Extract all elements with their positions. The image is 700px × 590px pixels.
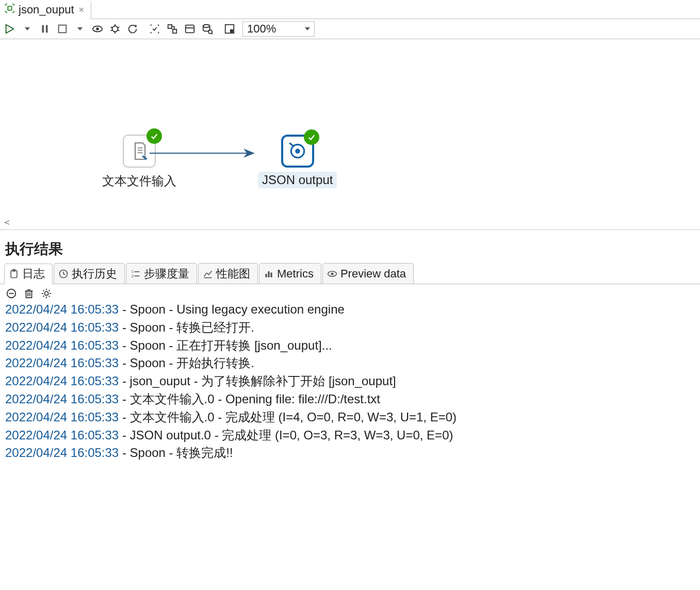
- sql-icon[interactable]: [183, 22, 197, 36]
- scroll-left-icon[interactable]: <: [4, 217, 10, 227]
- log-line: 2022/04/24 16:05:33 - json_ouput - 为了转换解…: [5, 372, 695, 390]
- log-message: - Spoon - Using legacy execution engine: [119, 302, 345, 316]
- impact-icon[interactable]: [166, 22, 179, 36]
- close-icon[interactable]: ✕: [77, 6, 86, 14]
- trash-icon[interactable]: [23, 287, 35, 300]
- svg-rect-23: [230, 29, 233, 32]
- debug-icon[interactable]: [108, 22, 122, 36]
- log-timestamp: 2022/04/24 16:05:33: [5, 356, 119, 370]
- log-timestamp: 2022/04/24 16:05:33: [5, 338, 119, 352]
- svg-line-21: [211, 33, 213, 34]
- clear-log-icon[interactable]: [5, 287, 18, 300]
- zoom-select[interactable]: 100%: [242, 21, 315, 37]
- eye-icon: [327, 269, 337, 279]
- status-success-icon: [304, 129, 319, 145]
- svg-line-59: [43, 296, 44, 297]
- clipboard-icon: [9, 269, 19, 279]
- svg-point-44: [331, 272, 333, 275]
- show-results-icon[interactable]: [223, 22, 236, 36]
- svg-line-57: [43, 290, 44, 291]
- log-timestamp: 2022/04/24 16:05:33: [5, 302, 119, 316]
- svg-marker-14: [135, 25, 138, 28]
- tab-label: Preview data: [340, 267, 406, 281]
- svg-rect-42: [270, 272, 272, 277]
- tab-history[interactable]: 执行历史: [54, 263, 125, 284]
- step-icon-box: [281, 135, 314, 168]
- log-timestamp: 2022/04/24 16:05:33: [5, 374, 119, 388]
- log-timestamp: 2022/04/24 16:05:33: [5, 392, 119, 406]
- svg-point-7: [112, 26, 118, 32]
- log-line: 2022/04/24 16:05:33 - 文本文件输入.0 - Opening…: [5, 390, 695, 408]
- log-line: 2022/04/24 16:05:33 - Spoon - 转换已经打开.: [5, 319, 695, 337]
- log-line: 2022/04/24 16:05:33 - JSON output.0 - 完成…: [5, 427, 695, 445]
- log-line: 2022/04/24 16:05:33 - Spoon - 正在打开转换 [js…: [5, 337, 695, 355]
- svg-text:2: 2: [132, 273, 134, 278]
- svg-rect-41: [268, 271, 269, 277]
- tab-metrics[interactable]: Metrics: [259, 263, 321, 284]
- log-message: - 文本文件输入.0 - Opening file: file:///D:/te…: [119, 392, 380, 406]
- preview-icon[interactable]: [91, 22, 104, 36]
- tab-label: 步骤度量: [144, 266, 189, 282]
- arrow-icon: [242, 146, 256, 160]
- tab-perf-graph[interactable]: 性能图: [198, 263, 258, 284]
- log-output: 2022/04/24 16:05:33 - Spoon - Using lega…: [0, 300, 700, 472]
- tab-log[interactable]: 日志: [4, 264, 53, 284]
- svg-rect-3: [46, 25, 48, 33]
- results-header: 执行结果: [0, 230, 700, 263]
- svg-rect-0: [8, 6, 11, 10]
- tab-label: Metrics: [277, 267, 314, 281]
- log-message: - 文本文件输入.0 - 完成处理 (I=4, O=0, R=0, W=3, U…: [119, 410, 457, 424]
- log-message: - json_ouput - 为了转换解除补丁开始 [json_ouput]: [119, 374, 396, 388]
- svg-line-60: [49, 290, 50, 291]
- bar-chart-icon: [264, 269, 274, 279]
- status-success-icon: [146, 128, 162, 144]
- svg-rect-15: [168, 25, 172, 28]
- tab-label: 执行历史: [72, 266, 117, 282]
- svg-point-19: [203, 25, 210, 28]
- file-input-icon: [129, 141, 149, 161]
- json-output-icon: [288, 141, 307, 161]
- svg-point-6: [96, 27, 99, 30]
- tab-step-metrics[interactable]: 12 步骤度量: [126, 263, 197, 284]
- chevron-down-icon: [305, 27, 310, 30]
- replay-icon[interactable]: [126, 22, 139, 36]
- editor-tab[interactable]: json_ouput ✕: [0, 1, 91, 19]
- list-numbered-icon: 12: [131, 269, 141, 279]
- verify-icon[interactable]: [148, 22, 161, 36]
- step-node-json-output[interactable]: JSON output: [258, 135, 337, 188]
- dropdown-caret-icon[interactable]: [73, 22, 87, 36]
- log-message: - JSON output.0 - 完成处理 (I=0, O=3, R=3, W…: [119, 428, 453, 442]
- step-icon-box: [123, 135, 156, 168]
- svg-rect-40: [265, 274, 267, 277]
- hop-connector[interactable]: [150, 153, 248, 154]
- dropdown-caret-icon[interactable]: [21, 22, 34, 36]
- svg-rect-16: [173, 29, 176, 33]
- log-line: 2022/04/24 16:05:33 - 文本文件输入.0 - 完成处理 (I…: [5, 408, 695, 427]
- transformation-icon: [4, 3, 15, 17]
- explore-db-icon[interactable]: [201, 22, 214, 36]
- results-title: 执行结果: [5, 239, 695, 259]
- log-timestamp: 2022/04/24 16:05:33: [5, 410, 119, 424]
- step-node-text-input[interactable]: 文本文件输入: [98, 135, 181, 190]
- svg-point-52: [44, 291, 48, 295]
- tab-label: 日志: [22, 266, 45, 282]
- log-message: - Spoon - 转换已经打开.: [119, 320, 254, 334]
- pause-icon[interactable]: [38, 22, 52, 36]
- clock-icon: [58, 269, 69, 279]
- settings-icon[interactable]: [40, 287, 53, 300]
- log-line: 2022/04/24 16:05:33 - Spoon - Using lega…: [5, 301, 695, 319]
- svg-line-58: [49, 296, 50, 297]
- log-message: - Spoon - 正在打开转换 [json_ouput]...: [119, 338, 332, 352]
- log-line: 2022/04/24 16:05:33 - Spoon - 转换完成!!: [5, 444, 695, 462]
- stop-icon[interactable]: [56, 22, 69, 36]
- log-timestamp: 2022/04/24 16:05:33: [5, 446, 119, 460]
- line-chart-icon: [203, 269, 213, 279]
- svg-rect-4: [59, 25, 67, 33]
- svg-marker-28: [243, 149, 255, 157]
- svg-point-30: [295, 149, 300, 154]
- svg-marker-1: [6, 25, 14, 34]
- run-icon[interactable]: [3, 22, 17, 36]
- log-timestamp: 2022/04/24 16:05:33: [5, 320, 119, 334]
- transformation-canvas[interactable]: 文本文件输入 JSON output <: [0, 39, 700, 230]
- tab-preview-data[interactable]: Preview data: [322, 263, 414, 284]
